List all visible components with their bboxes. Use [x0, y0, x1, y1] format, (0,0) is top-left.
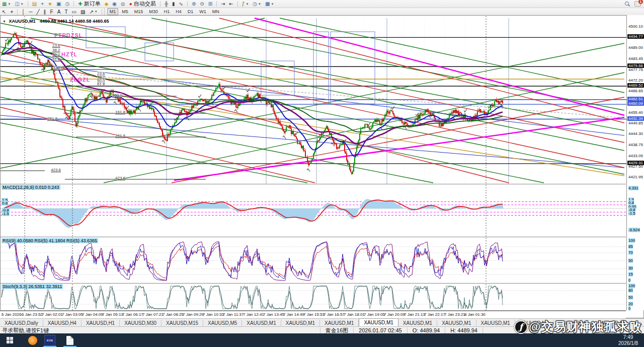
toolbar-right: 1: [625, 1, 644, 7]
search-icon[interactable]: [625, 2, 629, 6]
fibonacci-button[interactable]: F: [49, 9, 55, 15]
text-button[interactable]: A: [56, 9, 62, 15]
chart-tab-12[interactable]: XAUUSD,M1: [476, 320, 515, 327]
bar-chart-button[interactable]: ╫: [163, 1, 170, 7]
chart-tab-5[interactable]: XAUUSD,M5: [203, 320, 242, 327]
notepad-taskbar-button[interactable]: [61, 333, 78, 347]
macd-label[interactable]: MACD(12,26,9) 0.010 0.243: [2, 185, 60, 190]
chart-tab-6[interactable]: XAUUSD,M1: [242, 320, 281, 327]
crosshair-icon: +: [10, 9, 13, 15]
trendline-button[interactable]: ╱: [35, 9, 41, 15]
zoom-in-button[interactable]: ⊕: [190, 1, 197, 7]
axis-label: 4444.30: [628, 131, 643, 136]
chart-window[interactable]: 1.50.8-0.8-1.523.638.250.061.8100.023.63…: [0, 15, 644, 318]
pane-separator[interactable]: [0, 310, 626, 311]
pane-separator[interactable]: [0, 283, 626, 284]
shapes-button[interactable]: ▭: [70, 9, 78, 15]
autotrading-button[interactable]: ●自动交易: [128, 1, 157, 7]
horizontal-line-button[interactable]: ─: [27, 9, 34, 15]
zoom-out-button[interactable]: ⊖: [198, 1, 205, 7]
main-chart-pane[interactable]: [1, 16, 626, 184]
chart-tab-0[interactable]: XAUUSD,Daily: [0, 320, 43, 327]
axis-label: 70: [628, 250, 633, 255]
timeframe-d1[interactable]: D1: [185, 8, 196, 15]
new-order-icon: ✚: [78, 1, 82, 7]
axis-label: 4466.65: [628, 89, 643, 93]
pattern-button[interactable]: ▨: [79, 9, 87, 15]
templates-button[interactable]: ▩▼: [264, 1, 275, 7]
timeframe-m1[interactable]: M1: [107, 8, 119, 15]
candlestick-button[interactable]: ▮: [171, 1, 177, 7]
timeframe-mn[interactable]: MN: [210, 8, 222, 15]
chart-tab-1[interactable]: XAUUSD,H4: [43, 320, 82, 327]
new-order-button[interactable]: ✚新订单: [76, 1, 102, 7]
pane-separator[interactable]: [0, 237, 626, 237]
chart-tab-8[interactable]: XAUUSD,M1: [320, 320, 359, 327]
periods-button[interactable]: ◷▼: [251, 1, 263, 7]
timeframe-m30[interactable]: M30: [146, 8, 160, 15]
market-watch-button[interactable]: ▤: [31, 1, 38, 7]
axis-label: 4460.09: [627, 101, 644, 106]
crosshair-button[interactable]: +: [9, 9, 15, 15]
timeframe-m15[interactable]: M15: [132, 8, 146, 15]
time-axis-label: 7 Jan 16:57: [324, 312, 345, 317]
time-axis-label: 7 Jan 09:29: [183, 312, 204, 317]
arrows-button[interactable]: ↗▼: [88, 9, 99, 15]
indicators-button[interactable]: ƒ▼: [240, 1, 251, 7]
chart-tab-10[interactable]: XAUUSD,M1: [398, 320, 437, 327]
metaeditor-button[interactable]: ◆: [103, 1, 110, 7]
chart-tab-11[interactable]: XAUUSD,M1: [437, 320, 476, 327]
macd-pane[interactable]: [1, 185, 626, 237]
line-chart-button[interactable]: ∿: [177, 1, 184, 7]
start-button[interactable]: [1, 333, 18, 347]
price-axis[interactable]: 4500.104489.004483.454477.754472.204466.…: [626, 15, 644, 310]
kvb-taskbar-button[interactable]: KVB: [41, 333, 58, 347]
label-button[interactable]: T: [63, 9, 69, 15]
oneclick-arrow-icon[interactable]: ▼: [3, 20, 6, 23]
data-window-button[interactable]: +: [39, 1, 45, 7]
profiles-button[interactable]: ◫▼: [13, 1, 25, 7]
timeframe-w1[interactable]: W1: [197, 8, 209, 15]
toolbar-separator: [237, 1, 238, 7]
axis-label: 20: [628, 302, 633, 306]
arrows-icon: ↗: [89, 9, 93, 15]
vertical-line-button[interactable]: │: [20, 9, 26, 15]
status-profile[interactable]: 黄金16图: [320, 327, 353, 333]
notifications-icon[interactable]: 1: [634, 1, 641, 7]
chart-tab-2[interactable]: XAUUSD,H1: [82, 320, 120, 327]
new-chart-button[interactable]: ▦▼: [1, 1, 12, 7]
chart-tab-13[interactable]: XAUUSD,M1: [515, 320, 554, 327]
chart-tab-14[interactable]: XAUUSD,M1: [554, 320, 593, 327]
timeframe-m5[interactable]: M5: [119, 8, 131, 15]
timeframe-h1[interactable]: H1: [162, 8, 173, 15]
channel-button[interactable]: ∥: [42, 9, 48, 15]
chart-tab-15[interactable]: XAUUSD,M1: [593, 320, 632, 327]
time-axis[interactable]: 6 Jan 20266 Jan 23:527 Jan 02:017 Jan 03…: [0, 311, 626, 318]
timeframe-h4[interactable]: H4: [173, 8, 184, 15]
pane-separator[interactable]: [0, 184, 626, 184]
auto-scroll-button[interactable]: ⇥: [219, 1, 226, 7]
cursor-button[interactable]: ↖: [1, 9, 8, 15]
tile-windows-button[interactable]: ⊞: [207, 1, 214, 7]
chevron-down-icon: ▼: [21, 3, 24, 6]
experts-button[interactable]: ◉: [111, 1, 118, 7]
alerts-button[interactable]: ◍: [119, 1, 127, 7]
chart-tab-7[interactable]: XAUUSD,M1: [281, 320, 320, 327]
strategy-tester-button[interactable]: ◷: [64, 1, 71, 7]
chart-tab-3[interactable]: XAUUSD,M30: [120, 320, 162, 327]
chart-tab-4[interactable]: XAUUSD,M15: [162, 320, 203, 327]
browser-taskbar-button[interactable]: ⌂: [24, 333, 41, 347]
status-bar: 寻求帮助,请按F1键 黄金16图 2026.01.07 02:45 O: 448…: [0, 326, 644, 334]
chart-shift-button[interactable]: ⇤: [227, 1, 234, 7]
navigator-button[interactable]: ★: [46, 1, 54, 7]
chevron-down-icon: ▼: [8, 3, 11, 6]
chart-tab-9[interactable]: XAUUSD,M1: [359, 318, 398, 327]
terminal-button[interactable]: ▣: [55, 1, 62, 7]
stoch-pane[interactable]: [1, 284, 626, 311]
taskbar: ⌂ KVB 7:49 2026/1/8: [0, 333, 644, 347]
stoch-label[interactable]: Stoch(9,3,3) 26.5351 32.3911: [2, 284, 63, 289]
taskbar-clock[interactable]: 7:49 2026/1/8: [618, 334, 644, 346]
macd-left-scale-label: 0.8: [2, 201, 8, 205]
rsi-label[interactable]: RSI(9) 40.0580 RSI(5) 41.1804 RSI(5) 43.…: [2, 238, 98, 243]
rsi-pane[interactable]: [1, 238, 626, 284]
